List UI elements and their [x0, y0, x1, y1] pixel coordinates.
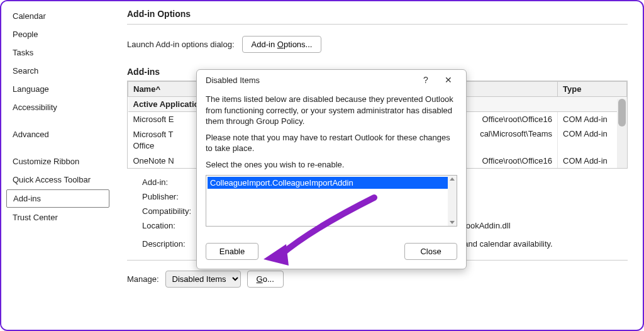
sidebar-item-advanced[interactable]: Advanced [6, 126, 109, 143]
enable-button[interactable]: Enable [206, 243, 258, 260]
sidebar-item-quick-access-toolbar[interactable]: Quick Access Toolbar [6, 171, 109, 188]
dialog-text-2: Please note that you may have to restart… [206, 132, 457, 154]
list-item[interactable]: ColleagueImport.ColleagueImportAddin [208, 177, 455, 189]
underline-o: O [277, 40, 284, 49]
sidebar-item-customize-ribbon[interactable]: Customize Ribbon [6, 153, 109, 170]
launch-row: Launch Add-in options dialog: Add-in Opt… [127, 25, 628, 67]
details-addin-label: Add-in: [142, 177, 168, 187]
sidebar-item-add-ins[interactable]: Add-ins [6, 189, 109, 208]
col-location[interactable]: loc [455, 82, 558, 97]
sidebar-item-language[interactable]: Language [6, 81, 109, 98]
dialog-text-1: The items listed below are disabled beca… [206, 94, 457, 127]
close-icon[interactable]: ✕ [437, 75, 460, 85]
sidebar-item-accessibility[interactable]: Accessibility [6, 99, 109, 116]
manage-select[interactable]: Disabled Items [165, 271, 241, 288]
cell-type: COM Add-in [558, 126, 627, 154]
disabled-items-dialog: Disabled Items ? ✕ The items listed belo… [196, 69, 467, 269]
sidebar-item-calendar[interactable]: Calendar [6, 8, 109, 25]
disabled-items-listbox[interactable]: ColleagueImport.ColleagueImportAddin [206, 175, 457, 227]
cell-location: Office\root\Office16 [455, 112, 558, 127]
sidebar-item-people[interactable]: People [6, 26, 109, 43]
listbox-scrollbar[interactable] [448, 176, 457, 226]
cell-location: cal\Microsoft\Teams [455, 126, 558, 154]
help-icon[interactable]: ? [414, 75, 437, 85]
cell-location: Office\root\Office16 [455, 154, 558, 168]
manage-label: Manage: [127, 274, 159, 284]
launch-label: Launch Add-in options dialog: [127, 40, 235, 49]
details-publisher-label: Publisher: [142, 192, 179, 201]
cell-type: COM Add-in [558, 154, 627, 168]
sidebar-item-search[interactable]: Search [6, 62, 109, 79]
col-type[interactable]: Type [558, 82, 627, 97]
dialog-titlebar[interactable]: Disabled Items ? ✕ [197, 70, 466, 89]
table-scrollbar[interactable] [617, 99, 627, 168]
go-button[interactable]: Go... [247, 271, 284, 288]
options-window: Calendar People Tasks Search Language Ac… [0, 0, 644, 331]
options-sidebar: Calendar People Tasks Search Language Ac… [1, 1, 114, 330]
dialog-body: The items listed below are disabled beca… [197, 89, 466, 234]
dialog-title: Disabled Items [206, 76, 414, 85]
details-location-label: Location: [142, 221, 175, 230]
dialog-footer: Enable Close [197, 234, 466, 269]
addin-options-button[interactable]: Add-in Options... [242, 36, 322, 53]
close-button[interactable]: Close [404, 243, 457, 260]
sidebar-item-trust-center[interactable]: Trust Center [6, 209, 109, 226]
details-description-label: Description: [142, 239, 186, 249]
cell-type: COM Add-in [558, 112, 627, 127]
dialog-instruction: Select the ones you wish to re-enable. [206, 159, 457, 171]
details-compat-label: Compatibility: [142, 206, 191, 216]
sidebar-item-tasks[interactable]: Tasks [6, 44, 109, 61]
section-title-addin-options: Add-in Options [127, 6, 628, 25]
